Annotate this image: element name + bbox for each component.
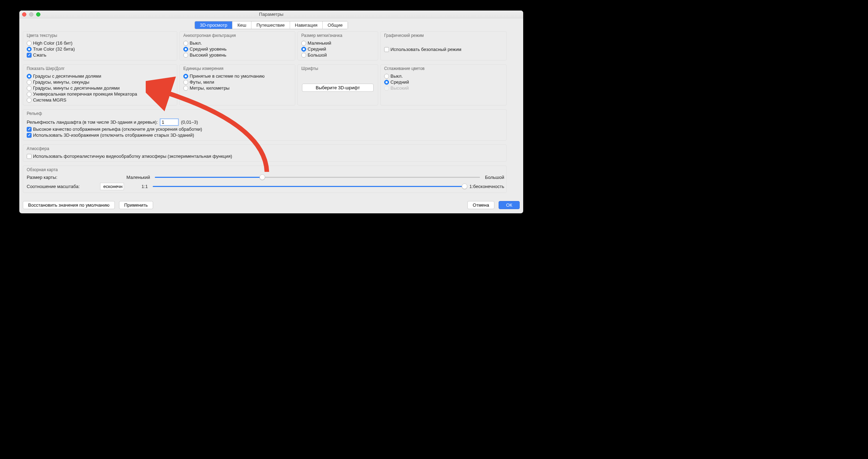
chk-compress[interactable]: Сжать [25,52,175,58]
overview-zoom-label: Соотношение масштаба: [27,184,95,189]
group-title: Графический режим [384,33,504,38]
preferences-window: Параметры 3D-просмотр Кеш Путешествие На… [19,11,523,213]
group-fonts: Шрифты Выберите 3D-шрифт [297,64,378,105]
cancel-button[interactable]: Отмена [467,201,494,209]
tab-3d-view[interactable]: 3D-просмотр [195,21,232,29]
choose-3d-font-button[interactable]: Выберите 3D-шрифт [302,84,374,92]
overview-size-label: Размер карты: [27,175,121,180]
overview-zoom-slider[interactable] [153,184,465,189]
opt-latlon-mgrs[interactable]: Система MGRS [25,97,175,103]
opt-aa-mid[interactable]: Средний [383,79,504,85]
tab-bar: 3D-просмотр Кеш Путешествие Навигация Об… [23,21,520,29]
chk-photorealistic-atm[interactable]: Использовать фотореалистичную видеообраб… [25,153,504,159]
footer: Восстановить значения по умолчанию Приме… [19,198,523,213]
terrain-exag-label: Рельефность ландшафта (в том числе 3D-зд… [27,119,158,125]
opt-aniso-high[interactable]: Высокий уровень [182,52,293,58]
tab-general[interactable]: Общие [323,21,348,29]
opt-aniso-off[interactable]: Выкл. [182,40,293,46]
group-atmosphere: Атмосфера Использовать фотореалистичную … [23,144,507,162]
chk-3d-imagery[interactable]: Использовать 3D-изображения (отключить о… [25,132,504,138]
overview-small-label: Маленький [126,175,150,180]
opt-aa-off[interactable]: Выкл. [383,73,504,79]
chk-terrain-quality[interactable]: Высокое качество отображения рельефа (от… [25,126,504,132]
opt-units-default[interactable]: Принятые в системе по умолчанию [182,73,293,79]
group-graphics-mode: Графический режим Использовать безопасны… [380,31,507,60]
group-texture-colors: Цвета текстуры High Color (16 бит) True … [23,31,177,60]
overview-big-label: Большой [485,175,504,180]
group-title: Показать Шир/Долг [27,66,175,71]
opt-icon-mid[interactable]: Средний [300,46,376,52]
opt-aa-high: Высокий [383,85,504,91]
group-latlon: Показать Шир/Долг Градусы с десятичными … [23,64,177,105]
tab-cache[interactable]: Кеш [232,21,251,29]
group-title: Рельеф [27,111,504,116]
tab-touring[interactable]: Путешествие [251,21,290,29]
opt-units-feet[interactable]: Футы, мили [182,79,293,85]
group-title: Атмосфера [27,146,504,151]
opt-latlon-dms[interactable]: Градусы, минуты, секунды [25,79,175,85]
terrain-exag-range: (0,01–3) [181,119,198,125]
group-title: Анизотропная фильтрация [183,33,293,38]
group-overview: Обзорная карта Размер карты: Маленький Б… [23,166,507,193]
window-title: Параметры [19,12,523,17]
opt-aniso-mid[interactable]: Средний уровень [182,46,293,52]
opt-latlon-utm[interactable]: Универсальная поперечная проекция Меркат… [25,91,175,97]
group-anisotropic: Анизотропная фильтрация Выкл. Средний ур… [179,31,295,60]
apply-button[interactable]: Применить [119,201,153,209]
group-title: Размер метки/значка [301,33,376,38]
group-terrain: Рельеф Рельефность ландшафта (в том числ… [23,109,507,141]
overview-ratio-1-1: 1:1 [129,184,148,189]
ok-button[interactable]: ОК [499,201,520,209]
group-title: Обзорная карта [27,167,504,172]
overview-size-slider[interactable] [155,175,480,180]
group-units: Единицы измерения Принятые в системе по … [179,64,295,105]
opt-latlon-decimal[interactable]: Градусы с десятичными долями [25,73,175,79]
opt-true-color[interactable]: True Color (32 бита) [25,46,175,52]
titlebar: Параметры [19,11,523,18]
opt-units-meters[interactable]: Метры, километры [182,85,293,91]
group-antialias: Сглаживание цветов Выкл. Средний Высокий [380,64,507,105]
tab-navigation[interactable]: Навигация [290,21,323,29]
opt-high-color[interactable]: High Color (16 бит) [25,40,175,46]
terrain-exag-input[interactable] [160,118,179,126]
overview-zoom-input[interactable] [100,183,124,190]
opt-icon-small[interactable]: Маленький [300,40,376,46]
overview-ratio-inf: 1:бесконечность [469,184,504,189]
group-title: Шрифты [301,66,376,71]
chk-safe-mode[interactable]: Использовать безопасный режим [383,46,504,52]
group-title: Сглаживание цветов [384,66,504,71]
opt-latlon-dm-decimal[interactable]: Градусы, минуты с десятичными долями [25,85,175,91]
group-title: Единицы измерения [183,66,293,71]
opt-icon-big[interactable]: Большой [300,52,376,58]
group-icon-size: Размер метки/значка Маленький Средний Бо… [297,31,378,60]
restore-defaults-button[interactable]: Восстановить значения по умолчанию [23,201,115,209]
content: 3D-просмотр Кеш Путешествие Навигация Об… [19,18,523,198]
group-title: Цвета текстуры [27,33,175,38]
